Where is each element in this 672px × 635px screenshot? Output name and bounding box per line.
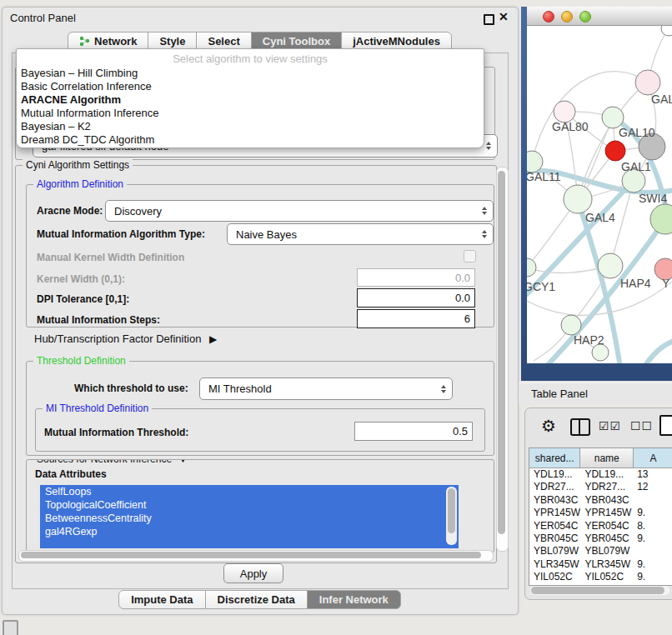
node-gal1-highlighted[interactable] <box>605 141 625 161</box>
attribute-item[interactable]: SelfLoops <box>40 485 459 498</box>
algorithm-dropdown-popup: Select algorithm to view settings Bayesi… <box>16 48 484 148</box>
which-threshold-combo[interactable]: MI Threshold <box>199 378 453 400</box>
algorithm-option-selected[interactable]: ARACNE Algorithm <box>17 93 484 107</box>
node-table: shared... name A YDL19...YDL19...13 YDR2… <box>529 448 672 586</box>
node-unlabeled-green[interactable] <box>650 204 672 234</box>
node-label: HAP2 <box>574 333 604 347</box>
table-horizontal-scrollbar[interactable] <box>530 586 669 595</box>
table-row[interactable]: YPR145WYPR145W9. <box>529 507 672 519</box>
group-title: Algorithm Definition <box>33 178 127 191</box>
table-panel: ⚙ ☑☑ ☐☐ shared... name A YDL19...YDL19..… <box>524 408 672 600</box>
table-row[interactable]: YBR043CYBR043C <box>529 494 672 507</box>
spinner-icon <box>482 207 487 215</box>
group-title: Cyni Algorithm Settings <box>23 159 133 172</box>
spinner-icon <box>486 142 491 150</box>
apply-button[interactable]: Apply <box>223 563 283 583</box>
node-gal4[interactable] <box>564 185 592 213</box>
gear-icon[interactable]: ⚙ <box>541 416 556 436</box>
mi-threshold-label: Mutual Information Threshold: <box>44 427 188 438</box>
algorithm-option[interactable]: Basic Correlation Inference <box>17 80 484 93</box>
settings-vertical-scrollbar[interactable] <box>496 167 509 552</box>
network-tab-icon <box>79 36 90 47</box>
mi-algorithm-type-combo[interactable]: Naive Bayes <box>227 223 494 245</box>
node-label: HAP4 <box>620 277 651 290</box>
sources-group: Sources for Network Inference ▼ Data Att… <box>26 459 494 552</box>
node-label: GAL4 <box>585 211 615 224</box>
node-label: SWI4 <box>639 192 667 205</box>
node-hap2[interactable] <box>561 315 581 335</box>
columns-icon[interactable] <box>570 418 590 436</box>
attribute-item[interactable]: TopologicalCoefficient <box>40 498 459 512</box>
table-toolbar: ⚙ ☑☑ ☐☐ <box>525 408 672 446</box>
tab-infer-network[interactable]: Infer Network <box>307 590 401 609</box>
table-row[interactable]: YBR045CYBR045C9. <box>529 532 672 545</box>
cyni-algorithm-settings-group: Cyni Algorithm Settings Algorithm Defini… <box>15 165 497 563</box>
new-table-icon[interactable] <box>659 415 672 436</box>
manual-kernel-checkbox[interactable] <box>464 250 476 262</box>
dropdown-prompt: Select algorithm to view settings <box>17 52 484 67</box>
algorithm-option[interactable]: Bayesian – K2 <box>17 120 484 133</box>
select-all-icon[interactable]: ☑☑ <box>599 419 621 432</box>
tab-discretize-data[interactable]: Discretize Data <box>205 590 308 609</box>
hub-definition-expander[interactable]: Hub/Transcription Factor Definition ▶ <box>34 332 217 345</box>
network-view-window: GAL GAL80 GAL10 GAL1 GAL11 SWI4 GAL4 GCY… <box>521 7 672 381</box>
manual-kernel-label: Manual Kernel Width Definition <box>37 252 184 263</box>
attribute-item[interactable]: gal4RGexp <box>40 525 459 538</box>
collapsed-panel-icon[interactable] <box>3 620 18 635</box>
table-panel-titlebar: Table Panel <box>519 382 672 404</box>
column-header-name[interactable]: name <box>580 448 634 468</box>
algorithm-option[interactable]: Dream8 DC_TDC Algorithm <box>17 133 484 147</box>
group-title: Sources for Network Inference ▼ <box>33 459 191 466</box>
dpi-tolerance-field[interactable] <box>357 288 475 308</box>
aracne-mode-label: Aracne Mode: <box>37 205 103 217</box>
node-gcy1[interactable] <box>527 258 536 277</box>
attribute-list-scrollbar[interactable] <box>446 487 457 545</box>
column-header-shared-name[interactable]: shared... <box>529 448 580 468</box>
close-traffic-light-icon[interactable] <box>543 11 554 22</box>
spinner-icon <box>482 230 487 238</box>
node-gal-partial[interactable] <box>635 70 660 95</box>
attribute-item[interactable]: BetweennessCentrality <box>40 512 459 525</box>
settings-horizontal-scrollbar[interactable] <box>18 550 494 562</box>
float-window-icon[interactable] <box>484 14 494 25</box>
group-title: MI Threshold Definition <box>43 402 152 415</box>
algorithm-option[interactable]: Mutual Information Inference <box>17 107 484 120</box>
node-label: Y <box>662 277 670 290</box>
which-threshold-label: Which threshold to use: <box>74 382 188 394</box>
column-header-partial[interactable]: A <box>634 448 672 468</box>
threshold-definition-group: Threshold Definition Which threshold to … <box>26 361 494 456</box>
node-unlabeled-bottom[interactable] <box>592 344 609 361</box>
network-canvas[interactable]: GAL GAL80 GAL10 GAL1 GAL11 SWI4 GAL4 GCY… <box>527 26 672 363</box>
table-row[interactable]: YBL079WYBL079W <box>529 545 672 558</box>
algorithm-option[interactable]: Bayesian – Hill Climbing <box>17 67 484 80</box>
network-window-titlebar[interactable] <box>527 7 672 26</box>
table-row[interactable]: YLR345WYLR345W9. <box>529 558 672 571</box>
close-icon[interactable]: ✕ <box>499 10 509 23</box>
aracne-mode-combo[interactable]: Discovery <box>105 200 494 222</box>
table-row[interactable]: YER054CYER054C8. <box>529 520 672 532</box>
expand-arrow-icon: ▶ <box>209 333 217 345</box>
table-row[interactable]: YDL19...YDL19...13 <box>529 468 672 481</box>
kernel-width-field[interactable] <box>357 268 475 287</box>
zoom-traffic-light-icon[interactable] <box>579 11 591 22</box>
cyni-bottom-tabbar: Impute Data Discretize Data Infer Networ… <box>3 590 518 609</box>
tab-label: Network <box>94 35 137 48</box>
node-label: GAL80 <box>552 120 589 133</box>
table-row[interactable]: YIL052CYIL052C9. <box>529 571 672 583</box>
mi-steps-field[interactable] <box>357 309 475 328</box>
control-panel-title: Control Panel <box>10 12 76 24</box>
node-unlabeled[interactable] <box>661 26 672 36</box>
node-hap4[interactable] <box>598 253 623 278</box>
spinner-icon <box>441 385 446 393</box>
mi-threshold-field[interactable] <box>354 422 473 441</box>
algorithm-definition-group: Algorithm Definition Aracne Mode: Discov… <box>26 184 494 328</box>
collapse-arrow-icon[interactable]: ▼ <box>178 459 188 465</box>
table-header: shared... name A <box>529 448 672 468</box>
minimize-traffic-light-icon[interactable] <box>561 11 573 22</box>
deselect-all-icon[interactable]: ☐☐ <box>630 419 653 432</box>
tab-impute-data[interactable]: Impute Data <box>118 590 205 609</box>
dpi-tolerance-label: DPI Tolerance [0,1]: <box>37 293 129 305</box>
screen: Control Panel ✕ Network Style Select Cyn… <box>0 0 672 635</box>
table-row[interactable]: YDR27...YDR27...12 <box>529 481 672 493</box>
node-label: GCY1 <box>527 280 555 293</box>
